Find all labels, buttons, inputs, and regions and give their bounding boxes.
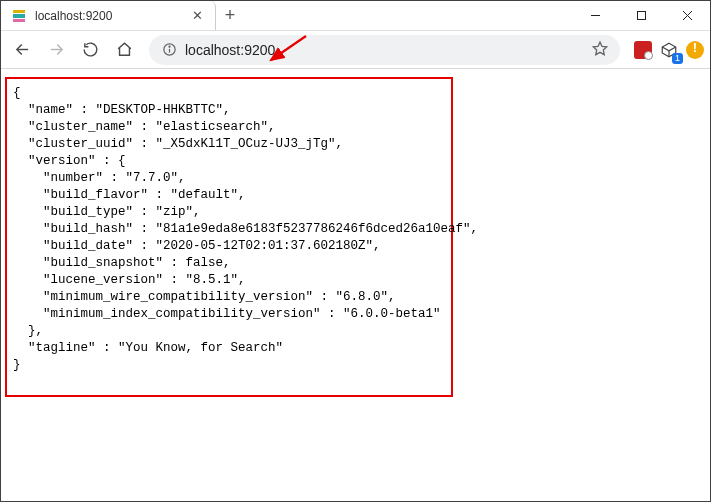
tab-title: localhost:9200	[35, 9, 181, 23]
titlebar: localhost:9200 ✕ +	[1, 1, 710, 31]
close-window-button[interactable]	[664, 1, 710, 30]
json-response: { "name" : "DESKTOP-HHKBTTC", "cluster_n…	[5, 77, 453, 397]
forward-button[interactable]	[41, 35, 71, 65]
address-bar[interactable]: localhost:9200	[149, 35, 620, 65]
home-button[interactable]	[109, 35, 139, 65]
svg-rect-1	[637, 12, 645, 20]
extension-adblock-icon[interactable]	[634, 41, 652, 59]
toolbar: localhost:9200 1	[1, 31, 710, 69]
site-info-icon[interactable]	[161, 42, 177, 58]
new-tab-button[interactable]: +	[216, 1, 244, 30]
close-tab-icon[interactable]: ✕	[189, 8, 205, 24]
minimize-button[interactable]	[572, 1, 618, 30]
svg-marker-9	[593, 42, 606, 55]
extension-badge: 1	[672, 53, 683, 64]
browser-tab[interactable]: localhost:9200 ✕	[1, 1, 216, 30]
url-text: localhost:9200	[185, 42, 584, 58]
extension-alert-icon[interactable]	[686, 41, 704, 59]
elasticsearch-favicon	[11, 8, 27, 24]
extension-cube-icon[interactable]: 1	[658, 39, 680, 61]
extension-icons: 1	[630, 39, 704, 61]
back-button[interactable]	[7, 35, 37, 65]
window-controls	[572, 1, 710, 30]
reload-button[interactable]	[75, 35, 105, 65]
bookmark-star-icon[interactable]	[592, 40, 608, 59]
maximize-button[interactable]	[618, 1, 664, 30]
viewport: { "name" : "DESKTOP-HHKBTTC", "cluster_n…	[1, 69, 710, 501]
svg-point-8	[169, 46, 170, 47]
